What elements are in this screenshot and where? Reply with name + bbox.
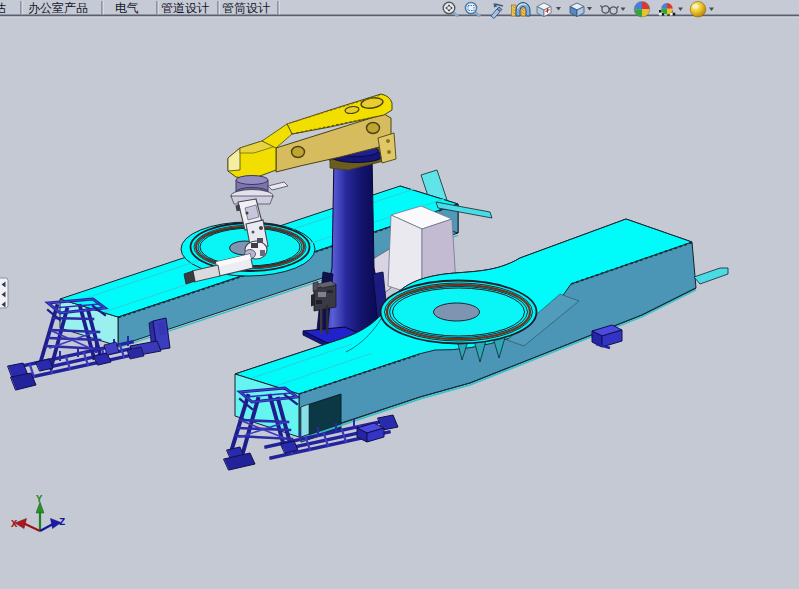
svg-text:Z: Z xyxy=(59,516,65,528)
svg-text:电气: 电气 xyxy=(115,1,139,15)
svg-text:X: X xyxy=(11,518,18,530)
svg-text:估: 估 xyxy=(0,1,6,15)
svg-text:Y: Y xyxy=(36,493,43,505)
svg-text:管筒设计: 管筒设计 xyxy=(222,1,270,15)
svg-text:管道设计: 管道设计 xyxy=(161,1,209,15)
svg-text:办公室产品: 办公室产品 xyxy=(28,1,88,15)
